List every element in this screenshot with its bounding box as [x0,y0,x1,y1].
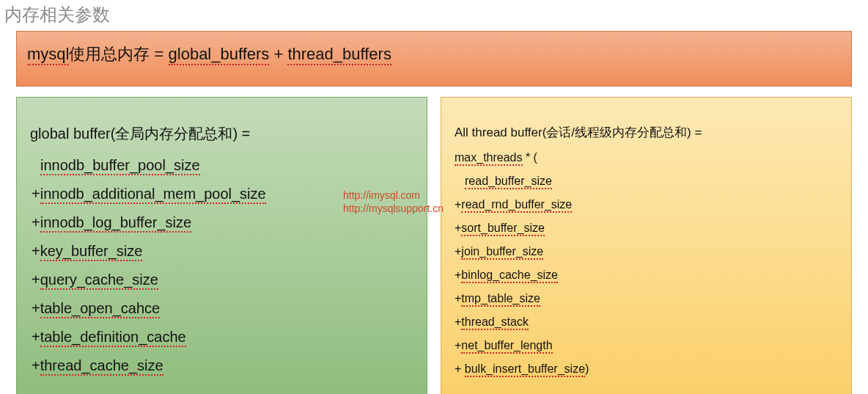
param-name: read_buffer_size [465,175,552,189]
param-name: join_buffer_size [461,245,543,260]
list-item: +binlog_cache_size [455,269,838,282]
global-buffer-heading: global buffer(全局内存分配总和) = [30,124,413,144]
list-item: +key_buffer_size [30,243,413,260]
formula-box: mysql使用总内存 = global_buffers + thread_buf… [16,31,852,87]
param-name: max_threads [455,151,523,166]
list-item: +thread_cache_size [30,357,413,374]
list-item: +innodb_log_buffer_size [30,214,413,231]
param-name: table_open_cahce [40,300,160,318]
param-name: sort_buffer_size [461,222,545,236]
param-name: read_rnd_buffer_size [461,198,572,213]
param-name: key_buffer_size [40,243,143,261]
list-item: +read_rnd_buffer_size [455,198,838,211]
param-name: tmp_table_size [461,292,540,307]
lead-line: max_threads * ( [455,151,838,164]
list-item: +table_definition_cache [30,329,413,346]
param-name: bulk_insert_buffer_size [465,362,585,377]
close-paren: ) [585,362,589,375]
lead-tail: * ( [523,151,537,164]
formula-term-global-buffers: global_buffers [169,45,270,65]
param-name: innodb_log_buffer_size [40,214,191,233]
param-name: innodb_buffer_pool_size [40,157,200,175]
thread-buffer-heading: All thread buffer(会话/线程级内存分配总和) = [455,124,838,141]
list-item: read_buffer_size [455,175,838,188]
columns: global buffer(全局内存分配总和) = innodb_buffer_… [0,97,868,394]
param-name: table_definition_cache [40,329,186,347]
list-item: innodb_buffer_pool_size [30,157,413,174]
thread-buffer-box: All thread buffer(会话/线程级内存分配总和) = max_th… [441,97,852,394]
formula-text: mysql使用总内存 = global_buffers + thread_buf… [27,43,841,65]
list-item: + bulk_insert_buffer_size) [455,362,838,376]
list-item: +net_buffer_length [455,339,838,352]
formula-term-mysql: mysql [27,45,69,65]
param-name: thread_cache_size [40,357,163,376]
list-item: +table_open_cahce [30,300,413,317]
page-title: 内存相关参数 [0,0,868,31]
formula-plus: + [269,45,287,63]
watermark-line: http://imysql.com [343,189,444,203]
global-buffer-box: global buffer(全局内存分配总和) = innodb_buffer_… [16,97,427,394]
list-item: +thread_stack [455,315,838,329]
param-name: thread_stack [461,315,529,330]
formula-mid: 使用总内存 = [69,45,168,63]
list-item: +tmp_table_size [455,292,838,305]
watermark-line: http://mysqlsupport.cn [343,203,444,216]
param-name: innodb_additional_mem_pool_size [40,186,266,204]
param-name: query_cache_size [40,271,158,290]
param-name: net_buffer_length [461,339,552,354]
formula-term-thread-buffers: thread_buffers [287,45,391,65]
watermark: http://imysql.com http://mysqlsupport.cn [343,189,444,215]
list-item: +sort_buffer_size [455,222,838,235]
list-item: +query_cache_size [30,271,413,288]
list-item: +join_buffer_size [455,245,838,258]
param-name: binlog_cache_size [461,269,558,283]
